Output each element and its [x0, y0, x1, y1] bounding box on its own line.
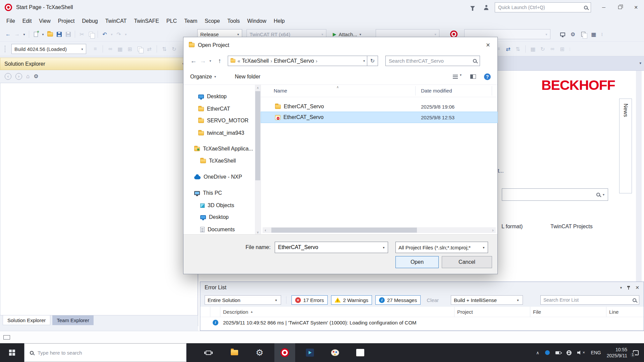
- toolbar-overflow-icon[interactable]: ⋮: [600, 29, 604, 39]
- warnings-filter-button[interactable]: ! 2 Warnings: [331, 295, 372, 305]
- scrollbar-thumb[interactable]: [271, 228, 417, 233]
- tray-expand-chevron-icon[interactable]: ∧: [536, 350, 539, 355]
- start-button[interactable]: [0, 343, 24, 362]
- clock[interactable]: 10:55 2025/9/11: [607, 347, 627, 359]
- header-line[interactable]: Line: [606, 307, 644, 317]
- file-name-input[interactable]: [275, 244, 380, 250]
- chevron-down-icon[interactable]: ▾: [514, 298, 522, 302]
- language-indicator[interactable]: ENG: [591, 350, 601, 355]
- refresh-icon[interactable]: ↻: [170, 44, 178, 54]
- toolbar-grip[interactable]: [5, 46, 6, 52]
- open-button[interactable]: Open: [395, 256, 439, 268]
- organize-button[interactable]: Organize ▾: [190, 74, 216, 80]
- volume-muted-button[interactable]: ✕: [577, 350, 585, 355]
- sidebar-item-servo-motor[interactable]: SERVO_MOTOR: [198, 116, 249, 126]
- header-description[interactable]: Description ▲: [220, 307, 454, 317]
- sidebar-item-desktop-pc[interactable]: Desktop: [200, 212, 229, 222]
- scroll-up-icon[interactable]: ∧: [255, 85, 261, 90]
- dialog-close-button[interactable]: ✕: [482, 40, 494, 50]
- nav-back-icon[interactable]: ←: [189, 57, 198, 65]
- chevron-down-icon[interactable]: ▾: [319, 33, 325, 36]
- breadcrumb-ethercat-servo[interactable]: EtherCAT_Servo: [274, 58, 314, 64]
- sidebar-item-twincat-ima943[interactable]: twincat_ima943: [198, 128, 244, 138]
- sidebar-item-ethercat[interactable]: EtherCAT: [198, 104, 230, 114]
- chevron-down-icon[interactable]: ▾: [380, 246, 388, 249]
- column-date-modified[interactable]: Date modified: [421, 88, 452, 94]
- tab-solution-explorer[interactable]: Solution Explorer: [3, 315, 50, 325]
- action-center-button[interactable]: 1: [633, 350, 639, 355]
- blank-window-app-button[interactable]: [350, 343, 371, 362]
- refresh-icon[interactable]: ↻: [539, 44, 547, 54]
- swap-arrows-icon[interactable]: ⇄: [145, 44, 153, 54]
- copy-icon[interactable]: [87, 29, 95, 39]
- error-list-row[interactable]: i 2025/9/11 10:49:52 866 ms | 'TwinCAT S…: [200, 317, 644, 328]
- build-version-combo[interactable]: Build 4024.56 (Loaded) ▾: [11, 44, 86, 54]
- file-type-select[interactable]: All Project Files (*.sln;*.tcmproj;* ▾: [395, 242, 488, 253]
- swap-arrows-icon[interactable]: ⇄: [504, 44, 512, 54]
- restore-button[interactable]: [612, 0, 628, 15]
- cut-icon[interactable]: ✂: [78, 29, 86, 39]
- twincat-taskbar-button[interactable]: [274, 343, 295, 362]
- window-position-chevron-icon[interactable]: ▾: [620, 286, 622, 290]
- menu-team[interactable]: Team: [180, 16, 201, 26]
- start-page-search-box[interactable]: ▾: [502, 188, 608, 201]
- file-explorer-button[interactable]: [224, 343, 245, 362]
- error-filter-combo[interactable]: Build + IntelliSense ▾: [451, 295, 523, 305]
- news-tab[interactable]: News: [619, 99, 632, 193]
- crumb-separator-icon[interactable]: ›: [270, 58, 272, 64]
- navigate-dropdown-icon[interactable]: ▾: [22, 29, 26, 39]
- error-list-titlebar[interactable]: Error List ▾ ✕: [200, 282, 644, 293]
- minimize-button[interactable]: ─: [596, 0, 612, 15]
- refresh-icon[interactable]: ↻: [367, 56, 378, 66]
- menu-file[interactable]: File: [3, 16, 19, 26]
- errors-filter-button[interactable]: ✕ 17 Errors: [291, 295, 328, 305]
- chevron-down-icon[interactable]: ▾: [480, 246, 488, 249]
- menu-view[interactable]: View: [35, 16, 54, 26]
- error-search-box[interactable]: [540, 295, 639, 305]
- open-file-icon[interactable]: [46, 29, 54, 39]
- menu-project[interactable]: Project: [54, 16, 78, 26]
- menu-twincat[interactable]: TwinCAT: [102, 16, 130, 26]
- media-app-button[interactable]: [300, 343, 320, 362]
- menu-scope[interactable]: Scope: [201, 16, 223, 26]
- nav-up-icon[interactable]: ↑: [215, 57, 224, 65]
- undo-icon[interactable]: ↶: [101, 29, 109, 39]
- settings-button[interactable]: ⚙: [249, 343, 270, 362]
- navigate-forward-icon[interactable]: →: [13, 29, 21, 39]
- undo-dropdown-icon[interactable]: ▾: [110, 29, 114, 39]
- close-button[interactable]: ✕: [628, 0, 644, 15]
- tab-list-chevron-icon[interactable]: ▾: [639, 61, 641, 65]
- task-view-button[interactable]: [198, 343, 219, 362]
- equals-lines-icon[interactable]: ≡: [91, 44, 99, 54]
- cancel-button[interactable]: Cancel: [442, 256, 492, 268]
- menu-tools[interactable]: Tools: [224, 16, 244, 26]
- statusbar-rect-icon[interactable]: [3, 335, 10, 340]
- sidebar-item-this-pc[interactable]: This PC: [194, 188, 222, 198]
- preview-pane-icon[interactable]: [470, 74, 476, 79]
- scroll-right-icon[interactable]: ›: [490, 227, 496, 233]
- updown-arrows-icon[interactable]: ⇅: [514, 44, 522, 54]
- filter-icon[interactable]: [470, 6, 475, 9]
- solution-explorer-content[interactable]: [0, 83, 198, 315]
- toolbar-overflow-icon[interactable]: ⋮: [568, 44, 572, 54]
- explorer-forward-icon[interactable]: ›: [15, 73, 22, 80]
- quick-launch-box[interactable]: [495, 2, 591, 12]
- tab-team-explorer[interactable]: Team Explorer: [52, 315, 94, 325]
- save-all-icon[interactable]: [64, 29, 72, 39]
- error-scope-combo[interactable]: Entire Solution ▾: [205, 295, 281, 305]
- breadcrumb-overflow-icon[interactable]: «: [237, 58, 240, 64]
- header-file[interactable]: File: [530, 307, 606, 317]
- network-globe-icon[interactable]: [567, 350, 572, 355]
- properties-wrench-icon[interactable]: ⚙: [34, 73, 38, 79]
- nav-history-chevron-icon[interactable]: ▾: [208, 59, 213, 63]
- grid-icon[interactable]: ▦: [529, 44, 537, 54]
- nav-forward-icon[interactable]: →: [198, 57, 208, 65]
- menu-edit[interactable]: Edit: [19, 16, 36, 26]
- menu-window[interactable]: Window: [244, 16, 270, 26]
- sidebar-item-desktop-quick[interactable]: Desktop: [198, 92, 227, 102]
- taskbar-search-input[interactable]: [38, 350, 181, 356]
- sidebar-item-tcxaeshell-application[interactable]: TcXaeShell Applica...: [194, 144, 253, 154]
- navigate-back-icon[interactable]: ←: [4, 29, 12, 39]
- sidebar-item-tcxaeshell[interactable]: TcXaeShell: [200, 156, 236, 166]
- header-flag-column[interactable]: [200, 307, 210, 317]
